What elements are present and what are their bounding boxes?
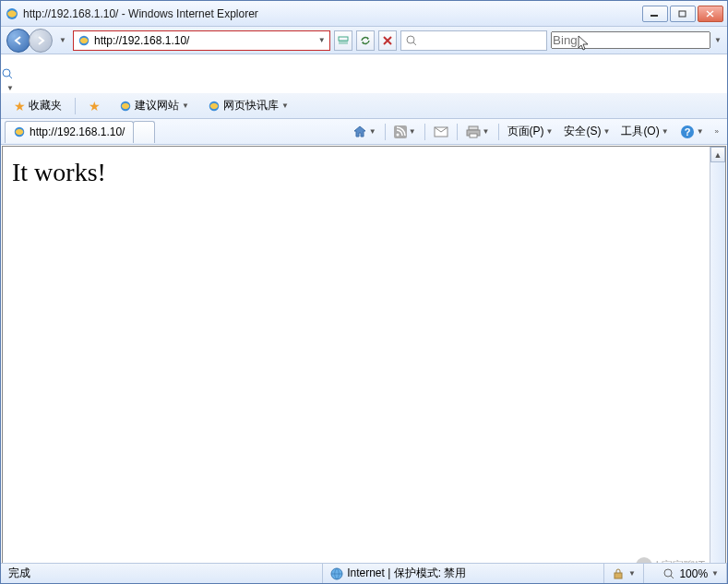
svg-rect-1 bbox=[650, 15, 658, 17]
rss-icon bbox=[394, 125, 407, 138]
feeds-button[interactable]: ▼ bbox=[389, 122, 421, 142]
web-slice-label: 网页快讯库 bbox=[223, 98, 279, 113]
help-button[interactable]: ? ▼ bbox=[675, 122, 709, 142]
maximize-button[interactable] bbox=[670, 6, 696, 22]
refresh-button[interactable] bbox=[356, 30, 375, 51]
search-icon bbox=[405, 34, 418, 47]
star-icon: ★ bbox=[14, 99, 26, 113]
chevron-right-icon: » bbox=[715, 127, 719, 136]
chevron-down-icon: ▼ bbox=[409, 127, 416, 136]
window-title: http://192.168.1.10/ - Windows Internet … bbox=[23, 7, 642, 20]
privacy-icon bbox=[612, 567, 625, 580]
tools-menu-button[interactable]: 工具(O) ▼ bbox=[616, 122, 673, 142]
svg-rect-5 bbox=[339, 41, 348, 44]
svg-rect-20 bbox=[615, 573, 622, 578]
page-menu-button[interactable]: 页面(P) ▼ bbox=[503, 122, 558, 142]
tab-label: http://192.168.1.10/ bbox=[30, 125, 125, 138]
chevron-down-icon: ▼ bbox=[697, 127, 704, 136]
status-text: 完成 bbox=[8, 566, 30, 581]
separator bbox=[424, 124, 425, 140]
separator bbox=[385, 124, 386, 140]
separator bbox=[498, 124, 499, 140]
help-icon: ? bbox=[680, 125, 695, 139]
separator bbox=[75, 98, 76, 114]
svg-rect-4 bbox=[339, 37, 348, 41]
zoom-text: 100% bbox=[679, 567, 708, 580]
page-viewport: It works! ▲ ▼ L宝宝聊IT bbox=[2, 146, 726, 584]
search-input[interactable] bbox=[551, 31, 710, 49]
ie-icon bbox=[119, 100, 132, 113]
chevron-down-icon: ▼ bbox=[662, 127, 669, 136]
status-done: 完成 bbox=[1, 564, 323, 583]
tab-active[interactable]: http://192.168.1.10/ bbox=[5, 121, 134, 143]
recent-pages-dropdown[interactable]: ▼ bbox=[56, 36, 69, 44]
favorites-button[interactable]: ★ 收藏夹 bbox=[8, 96, 67, 115]
page-body-text: It works! bbox=[3, 147, 725, 198]
page-menu-label: 页面(P) bbox=[507, 124, 544, 139]
svg-rect-16 bbox=[470, 134, 477, 137]
status-bar: 完成 Internet | 保护模式: 禁用 ▼ 100% ▼ bbox=[1, 563, 727, 583]
svg-point-12 bbox=[396, 133, 399, 136]
overflow-button[interactable]: » bbox=[710, 122, 723, 142]
web-slice-button[interactable]: 网页快讯库 ▼ bbox=[202, 96, 294, 115]
url-input[interactable] bbox=[94, 34, 315, 47]
compat-view-button[interactable] bbox=[334, 30, 352, 51]
vertical-scrollbar[interactable]: ▲ ▼ bbox=[710, 147, 725, 584]
chevron-down-icon: ▼ bbox=[182, 101, 189, 110]
ie-page-icon bbox=[13, 125, 26, 138]
zoom-icon bbox=[662, 567, 675, 580]
ie-page-icon bbox=[78, 34, 90, 47]
safety-menu-label: 安全(S) bbox=[564, 124, 601, 139]
command-bar: http://192.168.1.10/ ▼ ▼ ▼ 页面(P) ▼ 安全(S)… bbox=[1, 119, 727, 145]
chevron-down-icon: ▼ bbox=[711, 569, 719, 578]
address-dropdown-icon[interactable]: ▼ bbox=[318, 36, 326, 44]
home-icon bbox=[352, 125, 367, 139]
chevron-down-icon: ▼ bbox=[628, 569, 636, 578]
favorites-label: 收藏夹 bbox=[29, 98, 62, 113]
navigation-bar: ▼ ▼ ▼ bbox=[1, 27, 727, 54]
svg-point-7 bbox=[3, 69, 10, 77]
safety-menu-button[interactable]: 安全(S) ▼ bbox=[559, 122, 615, 142]
printer-icon bbox=[466, 125, 481, 138]
chevron-down-icon: ▼ bbox=[546, 127, 554, 136]
slice-icon bbox=[208, 100, 221, 113]
search-box[interactable] bbox=[400, 30, 547, 51]
status-zoom[interactable]: 100% ▼ bbox=[644, 564, 727, 583]
stop-button[interactable] bbox=[378, 30, 397, 51]
star-add-icon: ★ bbox=[89, 99, 101, 113]
chevron-down-icon: ▼ bbox=[483, 127, 490, 136]
status-privacy[interactable]: ▼ bbox=[604, 564, 644, 583]
svg-rect-2 bbox=[679, 11, 686, 17]
separator bbox=[457, 124, 458, 140]
chevron-down-icon: ▼ bbox=[281, 101, 289, 110]
print-button[interactable]: ▼ bbox=[461, 122, 495, 142]
search-options-dropdown[interactable]: ▼ bbox=[6, 84, 14, 92]
chevron-down-icon: ▼ bbox=[603, 127, 610, 136]
close-button[interactable] bbox=[698, 6, 723, 22]
command-buttons: ▼ ▼ ▼ 页面(P) ▼ 安全(S) ▼ 工具(O) ▼ ? bbox=[348, 122, 723, 142]
suggested-sites-label: 建议网站 bbox=[135, 98, 179, 113]
search-dropdown-icon[interactable]: ▼ bbox=[714, 36, 722, 44]
internet-zone-icon bbox=[330, 567, 343, 580]
window-controls bbox=[642, 6, 723, 22]
home-button[interactable]: ▼ bbox=[348, 122, 381, 142]
svg-text:?: ? bbox=[684, 126, 690, 137]
address-bar[interactable]: ▼ bbox=[73, 30, 330, 51]
mail-button[interactable] bbox=[429, 122, 453, 142]
search-go-icon[interactable] bbox=[1, 54, 727, 93]
mail-icon bbox=[434, 126, 448, 137]
nav-buttons bbox=[6, 29, 53, 53]
window-titlebar: http://192.168.1.10/ - Windows Internet … bbox=[1, 1, 727, 27]
add-favorites-button[interactable]: ★ bbox=[83, 97, 106, 115]
chevron-down-icon: ▼ bbox=[369, 127, 376, 136]
back-button[interactable] bbox=[6, 29, 30, 53]
suggested-sites-button[interactable]: 建议网站 ▼ bbox=[113, 96, 195, 115]
status-zone[interactable]: Internet | 保护模式: 禁用 bbox=[323, 564, 604, 583]
svg-point-6 bbox=[407, 36, 414, 43]
favorites-bar: ★ 收藏夹 ★ 建议网站 ▼ 网页快讯库 ▼ bbox=[1, 93, 727, 119]
tools-menu-label: 工具(O) bbox=[621, 124, 659, 139]
new-tab-button[interactable] bbox=[133, 121, 155, 143]
minimize-button[interactable] bbox=[642, 6, 668, 22]
scroll-up-button[interactable]: ▲ bbox=[710, 147, 725, 162]
forward-button[interactable] bbox=[29, 29, 53, 53]
